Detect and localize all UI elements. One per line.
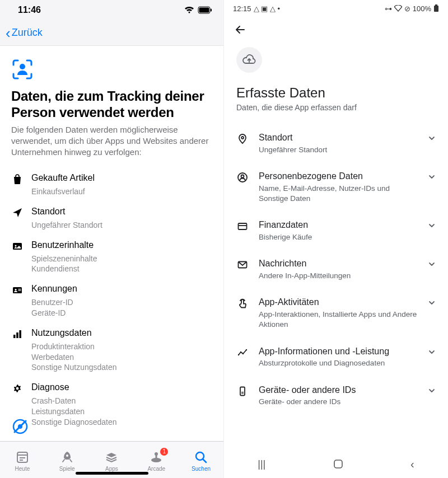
svg-point-31 [241, 175, 244, 178]
item-title: Nutzungsdaten [31, 327, 117, 339]
touch-icon [236, 297, 249, 309]
item-subtitle: Produktinteraktion [31, 341, 117, 352]
ios-data-list: Gekaufte ArtikelEinkaufsverlaufStandortU… [11, 167, 212, 430]
arrow-left-icon [234, 24, 246, 36]
pin-icon [236, 132, 249, 144]
svg-rect-32 [239, 223, 247, 229]
svg-rect-8 [18, 289, 21, 289]
chevron-down-icon [428, 258, 436, 268]
svg-point-21 [66, 454, 68, 457]
tab-badge: 1 [160, 448, 168, 456]
category-title: Nachrichten [259, 258, 418, 270]
android-nav-buttons: ||| ‹ [224, 450, 448, 478]
tab-label: Spiele [59, 466, 75, 472]
tab-arcade[interactable]: 1Arcade [137, 450, 176, 472]
data-category-row[interactable]: FinanzdatenBisherige Käufe [236, 212, 436, 250]
tab-search[interactable]: Suchen [181, 450, 221, 472]
tab-today[interactable]: Heute [3, 450, 42, 472]
item-subtitle: Ungefährer Standort [31, 220, 102, 231]
android-nav-bar [224, 17, 448, 43]
svg-rect-9 [18, 290, 21, 291]
page-subtitle: Die folgenden Daten werden möglicherweis… [11, 124, 212, 158]
data-category-row[interactable]: NachrichtenAndere In-App-Mitteilungen [236, 250, 436, 289]
android-status-bar: 12:15 △ ▣ △ • ⊶ ⊘ 100% [224, 0, 448, 17]
item-title: Standort [31, 206, 102, 218]
category-title: Geräte- oder andere IDs [259, 385, 418, 396]
privacy-item: StandortUngefährer Standort [11, 200, 212, 234]
item-subtitle: Werbedaten [31, 352, 117, 363]
svg-rect-11 [16, 332, 18, 338]
item-sublist: Einkaufsverlauf [31, 186, 95, 197]
status-notif-icons: △ ▣ △ • [254, 4, 280, 13]
chevron-down-icon [428, 297, 436, 307]
category-title: App-Informationen und -Leistung [259, 346, 418, 358]
privacy-item: NutzungsdatenProduktinteraktionWerbedate… [11, 322, 212, 376]
location-arrow-icon [11, 206, 24, 231]
page-subtitle: Daten, die diese App erfassen darf [236, 103, 436, 112]
item-subtitle: Kundendienst [31, 264, 97, 274]
battery-icon [433, 4, 439, 12]
svg-point-3 [20, 64, 25, 69]
item-subtitle: Geräte-ID [31, 308, 77, 318]
ios-status-right [184, 6, 212, 14]
svg-rect-10 [13, 335, 16, 338]
tab-label: Apps [105, 466, 118, 472]
android-content: Erfasste Daten Daten, die diese App erfa… [224, 43, 448, 450]
bag-icon [11, 172, 24, 197]
item-subtitle: Spielszeneninhalte [31, 254, 97, 264]
item-subtitle: Einkaufsverlauf [31, 186, 95, 197]
back-button[interactable]: ‹ Zurück [6, 26, 43, 40]
svg-line-16 [15, 421, 26, 432]
tab-stack[interactable]: Apps [92, 450, 131, 472]
card-icon [236, 219, 249, 232]
mail-icon [236, 258, 249, 270]
home-indicator [76, 472, 148, 475]
recents-button[interactable]: ||| [258, 458, 265, 470]
svg-point-7 [15, 289, 16, 290]
back-button[interactable] [231, 20, 250, 39]
svg-rect-40 [241, 392, 244, 392]
item-subtitle: Benutzer-ID [31, 297, 77, 308]
item-subtitle: Sonstige Diagnosedaten [31, 417, 117, 428]
item-subtitle: Leistungsdaten [31, 406, 117, 417]
category-subtitle: Name, E-Mail-Adresse, Nutzer-IDs und Son… [259, 184, 418, 204]
data-category-row[interactable]: StandortUngefährer Standort [236, 124, 436, 163]
chevron-down-icon [428, 132, 436, 142]
item-sublist: Ungefährer Standort [31, 220, 102, 231]
device-id-icon [236, 385, 249, 397]
category-title: Finanzdaten [259, 219, 418, 231]
user-content-icon [11, 240, 24, 275]
tab-rocket[interactable]: Spiele [48, 450, 87, 472]
item-title: Benutzerinhalte [31, 240, 97, 251]
svg-rect-1 [199, 8, 209, 13]
svg-line-26 [203, 459, 206, 462]
chart-icon [236, 346, 249, 358]
ios-nav-bar: ‹ Zurück [0, 20, 223, 46]
category-title: Personenbezogene Daten [259, 171, 418, 182]
category-title: App-Aktivitäten [259, 297, 418, 308]
android-data-safety-screen: 12:15 △ ▣ △ • ⊶ ⊘ 100% [224, 0, 448, 478]
svg-point-36 [240, 351, 241, 352]
status-wifi-icon [394, 5, 402, 12]
data-category-row[interactable]: Personenbezogene DatenName, E-Mail-Adres… [236, 163, 436, 212]
status-vpn-icon: ⊶ [385, 4, 392, 13]
privacy-item: Gekaufte ArtikelEinkaufsverlauf [11, 167, 212, 200]
home-button[interactable] [333, 459, 343, 469]
android-data-list: StandortUngefährer StandortPersonenbezog… [236, 124, 436, 415]
wifi-icon [184, 6, 194, 14]
privacy-item: DiagnoseCrash-DatenLeistungsdatenSonstig… [11, 376, 212, 430]
privacy-item: KennungenBenutzer-IDGeräte-ID [11, 278, 212, 322]
svg-point-37 [242, 353, 244, 354]
svg-rect-4 [13, 243, 22, 250]
tracking-person-icon [11, 58, 212, 81]
data-category-row[interactable]: App-Informationen und -LeistungAbsturzpr… [236, 338, 436, 377]
chevron-left-icon: ‹ [6, 26, 11, 40]
ios-content: Daten, die zum Tracking deiner Person ve… [0, 46, 223, 441]
android-status-time: 12:15 [233, 4, 251, 13]
page-title: Daten, die zum Tracking deiner Person ve… [11, 88, 212, 121]
back-nav-button[interactable]: ‹ [410, 458, 414, 471]
data-category-row[interactable]: Geräte- oder andere IDsGeräte- oder ande… [236, 377, 436, 415]
svg-point-35 [238, 354, 239, 355]
svg-rect-39 [240, 387, 245, 395]
data-category-row[interactable]: App-AktivitätenApp-Interaktionen, Instal… [236, 289, 436, 338]
